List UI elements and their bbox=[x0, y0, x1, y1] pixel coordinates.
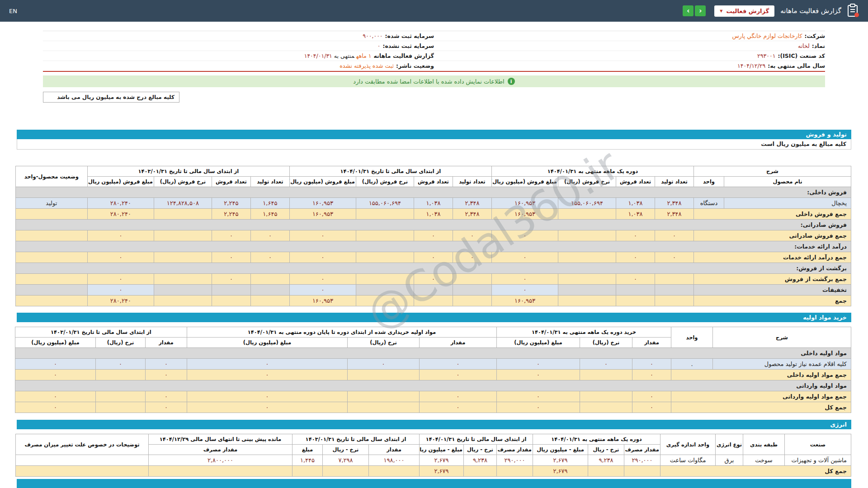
info-icon: i bbox=[508, 78, 515, 85]
value-cell: ۲,۳۴۸ bbox=[655, 198, 693, 209]
value-cell: ۲,۶۷۹ bbox=[533, 455, 588, 466]
value-cell: ۲۹۰,۰۰۰ bbox=[497, 455, 533, 466]
info-label: سرمایه ثبت شده: bbox=[385, 33, 434, 39]
value-cell: ۰ bbox=[496, 370, 580, 380]
table-row: کلیه اقلام عمده نیاز تولید محصول.۰۰۰۰۰۰۰… bbox=[15, 359, 851, 370]
value-cell: ۱۹۸,۰۰۰ bbox=[368, 455, 419, 466]
value-cell: ۹,۲۳۸ bbox=[464, 455, 497, 466]
production-table-body: فروش داخلی:یخچالدستگاه۲,۳۴۸۱,۰۳۸۱۵۵,۰۶۰,… bbox=[15, 187, 851, 306]
row-label-cell: جمع کل bbox=[671, 402, 851, 413]
energy-table-head: صنعت طبقه بندی نوع انرژی واحد اندازه گیر… bbox=[15, 434, 851, 455]
info-row: سرمایه ثبت نشده:۰ bbox=[43, 41, 434, 51]
value-cell: ۰ bbox=[491, 252, 558, 263]
value-cell bbox=[95, 370, 145, 380]
column-header: نرخ (ریال) bbox=[347, 338, 419, 348]
value-cell bbox=[154, 274, 212, 285]
value-cell: ۰ bbox=[491, 274, 558, 285]
value-cell: ۲۸۰,۲۴۰ bbox=[87, 209, 154, 220]
table-row: فروش صادراتی: bbox=[15, 220, 851, 230]
column-header: مقدار مصرف bbox=[624, 445, 660, 455]
table-row: مواد اولیه وارداتی bbox=[15, 380, 851, 391]
report-type-button[interactable]: گزارش فعالیت ▼ bbox=[714, 5, 774, 17]
info-label: گزارش فعالیت ماهانه bbox=[373, 52, 434, 59]
row-label-cell: جمع درآمد ارائه خدمات bbox=[693, 252, 851, 263]
status-cell bbox=[15, 296, 87, 306]
value-cell: ۲,۳۴۸ bbox=[453, 209, 491, 220]
value-cell: ۱۶۰,۹۵۳ bbox=[491, 209, 558, 220]
value-cell bbox=[624, 466, 660, 477]
nav-right-button[interactable]: › bbox=[695, 5, 706, 16]
value-cell: ۰ bbox=[419, 359, 496, 370]
value-cell: ۲۹۰,۰۰۰ bbox=[624, 455, 660, 466]
value-cell: ۰ bbox=[289, 230, 356, 241]
company-link[interactable]: کارخانجات لوازم خانگي پارس bbox=[732, 33, 802, 39]
value-cell: ۰ bbox=[414, 252, 453, 263]
table-row: جمع۱۶۰,۹۵۳۱۶۰,۹۵۳۲۸۰,۲۴۰ bbox=[15, 296, 851, 306]
column-header: نام محصول bbox=[724, 177, 851, 187]
value-cell: ۱,۰۳۸ bbox=[616, 209, 655, 220]
value-cell: ۰ bbox=[289, 285, 356, 296]
energy-table: صنعت طبقه بندی نوع انرژی واحد اندازه گیر… bbox=[15, 434, 851, 477]
info-row: شرکت:کارخانجات لوازم خانگي پارس bbox=[434, 31, 825, 41]
value-cell bbox=[154, 230, 212, 241]
value-cell: ۱,۰۳۸ bbox=[414, 198, 453, 209]
value-cell bbox=[154, 296, 212, 306]
value-cell: ۰ bbox=[616, 252, 655, 263]
value-cell: ۰ bbox=[655, 252, 693, 263]
nav-left-button[interactable]: ‹ bbox=[683, 5, 693, 16]
value-cell bbox=[95, 402, 145, 413]
value-cell bbox=[250, 274, 289, 285]
column-header: از ابتدای سال مالی تا تاریخ ۱۴۰۳/۰۱/۳۱ bbox=[292, 434, 419, 445]
language-en-link[interactable]: EN bbox=[9, 8, 17, 14]
signed-match-text: اطلاعات نمایش داده شده با اطلاعات امضا ش… bbox=[353, 78, 504, 85]
page-title: گزارش فعالیت ماهانه bbox=[780, 7, 841, 15]
value-cell bbox=[558, 285, 616, 296]
info-value: ۲۹۳۰۰۱ bbox=[757, 52, 775, 59]
info-label: سال مالی منتهی به: bbox=[768, 62, 825, 69]
value-cell bbox=[655, 274, 693, 285]
value-cell: ۰ bbox=[15, 402, 95, 413]
production-section-header: تولید و فروش bbox=[17, 130, 851, 139]
column-header: نرخ فروش (ریال) bbox=[558, 177, 616, 187]
column-header: دوره یک ماهه منتهی به ۱۴۰۴/۰۱/۳۱ bbox=[491, 166, 693, 177]
column-header: شرح bbox=[713, 327, 851, 348]
column-header: نرخ - ریال bbox=[464, 445, 497, 455]
table-row: تخفیفات۰۰۰ bbox=[15, 285, 851, 296]
info-value: منتهی به bbox=[334, 52, 354, 59]
value-cell: ۲۸۰,۲۴۰ bbox=[87, 296, 154, 306]
status-cell bbox=[15, 274, 87, 285]
column-header: تعداد تولید bbox=[250, 177, 289, 187]
section-label-cell: برگشت از فروش: bbox=[15, 263, 851, 274]
value-cell bbox=[558, 230, 616, 241]
column-header: مبلغ فروش (میلیون ریال) bbox=[289, 177, 356, 187]
value-cell bbox=[356, 209, 414, 220]
status-cell bbox=[15, 209, 87, 220]
value-cell: ۰ bbox=[419, 402, 496, 413]
value-cell: ۰ bbox=[187, 402, 347, 413]
value-cell: ۰ bbox=[145, 359, 187, 370]
table-row: جمع کل۰۰۰۰۰۰ bbox=[15, 402, 851, 413]
column-header: شرح bbox=[693, 166, 851, 177]
amounts-note: کلیه مبالغ درج شده به میلیون ریال می باش… bbox=[43, 92, 179, 103]
section-label-cell: مواد اولیه داخلی bbox=[15, 348, 851, 359]
column-header: خرید دوره یک ماهه منتهی به ۱۴۰۴/۰۱/۳۱ bbox=[496, 327, 671, 338]
value-cell bbox=[347, 402, 419, 413]
value-cell: ۰ bbox=[419, 391, 496, 402]
info-label: سرمایه ثبت نشده: bbox=[382, 42, 434, 49]
column-header: نرخ فروش (ریال) bbox=[154, 177, 212, 187]
value-cell: ۱۶۰,۹۵۳ bbox=[491, 296, 558, 306]
column-header: توضیحات در خصوص علت تغییر میزان مصرف bbox=[15, 434, 148, 455]
materials-table-wrap: شرح واحد خرید دوره یک ماهه منتهی به ۱۴۰۴… bbox=[17, 327, 851, 413]
value-cell: ۲,۶۷۹ bbox=[419, 455, 463, 466]
value-cell bbox=[453, 285, 491, 296]
column-header: تعداد تولید bbox=[655, 177, 693, 187]
column-header: مقدار bbox=[632, 338, 671, 348]
value-cell bbox=[655, 296, 693, 306]
table-row: فروش داخلی: bbox=[15, 187, 851, 198]
column-header: مبلغ (میلیون ریال) bbox=[15, 338, 95, 348]
value-cell bbox=[558, 209, 616, 220]
label-cell: مگاوات ساعت bbox=[660, 455, 716, 466]
value-cell: ۲,۸۰۰,۰۰۰ bbox=[148, 455, 292, 466]
materials-table-body: مواد اولیه داخلیکلیه اقلام عمده نیاز تول… bbox=[15, 348, 851, 413]
value-cell: ۲,۶۷۹ bbox=[419, 466, 463, 477]
